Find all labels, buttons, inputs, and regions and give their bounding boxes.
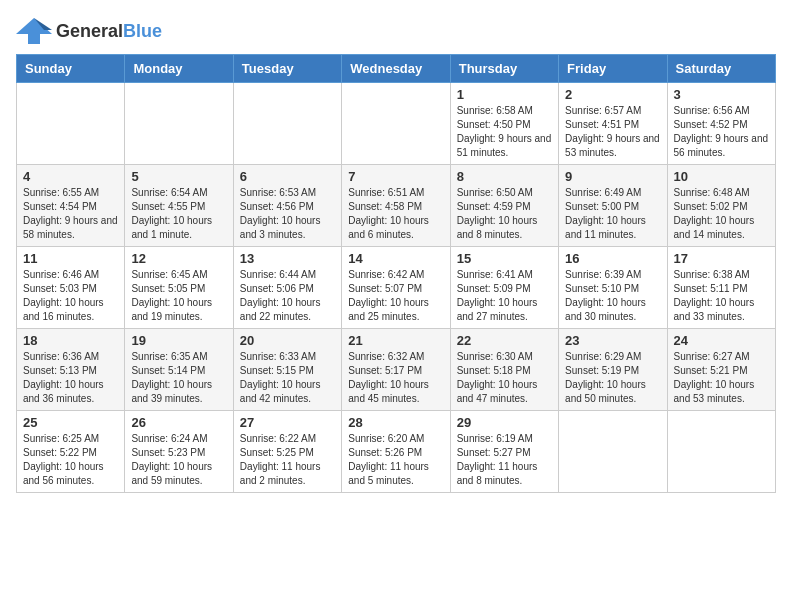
day-info: Sunrise: 6:20 AM Sunset: 5:26 PM Dayligh… bbox=[348, 432, 443, 488]
day-info: Sunrise: 6:53 AM Sunset: 4:56 PM Dayligh… bbox=[240, 186, 335, 242]
calendar-cell bbox=[342, 83, 450, 165]
calendar-week-row: 25Sunrise: 6:25 AM Sunset: 5:22 PM Dayli… bbox=[17, 411, 776, 493]
day-info: Sunrise: 6:54 AM Sunset: 4:55 PM Dayligh… bbox=[131, 186, 226, 242]
day-info: Sunrise: 6:27 AM Sunset: 5:21 PM Dayligh… bbox=[674, 350, 769, 406]
day-number: 20 bbox=[240, 333, 335, 348]
calendar-cell: 29Sunrise: 6:19 AM Sunset: 5:27 PM Dayli… bbox=[450, 411, 558, 493]
calendar-header: SundayMondayTuesdayWednesdayThursdayFrid… bbox=[17, 55, 776, 83]
calendar-cell: 8Sunrise: 6:50 AM Sunset: 4:59 PM Daylig… bbox=[450, 165, 558, 247]
calendar-cell: 24Sunrise: 6:27 AM Sunset: 5:21 PM Dayli… bbox=[667, 329, 775, 411]
calendar-cell: 9Sunrise: 6:49 AM Sunset: 5:00 PM Daylig… bbox=[559, 165, 667, 247]
calendar-week-row: 18Sunrise: 6:36 AM Sunset: 5:13 PM Dayli… bbox=[17, 329, 776, 411]
calendar-week-row: 11Sunrise: 6:46 AM Sunset: 5:03 PM Dayli… bbox=[17, 247, 776, 329]
day-info: Sunrise: 6:57 AM Sunset: 4:51 PM Dayligh… bbox=[565, 104, 660, 160]
day-number: 19 bbox=[131, 333, 226, 348]
day-info: Sunrise: 6:41 AM Sunset: 5:09 PM Dayligh… bbox=[457, 268, 552, 324]
day-info: Sunrise: 6:25 AM Sunset: 5:22 PM Dayligh… bbox=[23, 432, 118, 488]
calendar-cell: 4Sunrise: 6:55 AM Sunset: 4:54 PM Daylig… bbox=[17, 165, 125, 247]
day-info: Sunrise: 6:39 AM Sunset: 5:10 PM Dayligh… bbox=[565, 268, 660, 324]
day-number: 7 bbox=[348, 169, 443, 184]
calendar-cell: 13Sunrise: 6:44 AM Sunset: 5:06 PM Dayli… bbox=[233, 247, 341, 329]
day-number: 15 bbox=[457, 251, 552, 266]
calendar-cell bbox=[559, 411, 667, 493]
day-number: 16 bbox=[565, 251, 660, 266]
day-info: Sunrise: 6:45 AM Sunset: 5:05 PM Dayligh… bbox=[131, 268, 226, 324]
calendar-cell: 6Sunrise: 6:53 AM Sunset: 4:56 PM Daylig… bbox=[233, 165, 341, 247]
day-info: Sunrise: 6:56 AM Sunset: 4:52 PM Dayligh… bbox=[674, 104, 769, 160]
day-info: Sunrise: 6:36 AM Sunset: 5:13 PM Dayligh… bbox=[23, 350, 118, 406]
day-number: 28 bbox=[348, 415, 443, 430]
day-header: Friday bbox=[559, 55, 667, 83]
day-info: Sunrise: 6:33 AM Sunset: 5:15 PM Dayligh… bbox=[240, 350, 335, 406]
calendar-cell: 10Sunrise: 6:48 AM Sunset: 5:02 PM Dayli… bbox=[667, 165, 775, 247]
day-info: Sunrise: 6:48 AM Sunset: 5:02 PM Dayligh… bbox=[674, 186, 769, 242]
day-info: Sunrise: 6:51 AM Sunset: 4:58 PM Dayligh… bbox=[348, 186, 443, 242]
calendar-cell: 15Sunrise: 6:41 AM Sunset: 5:09 PM Dayli… bbox=[450, 247, 558, 329]
calendar-cell: 27Sunrise: 6:22 AM Sunset: 5:25 PM Dayli… bbox=[233, 411, 341, 493]
day-info: Sunrise: 6:38 AM Sunset: 5:11 PM Dayligh… bbox=[674, 268, 769, 324]
day-number: 22 bbox=[457, 333, 552, 348]
day-header: Wednesday bbox=[342, 55, 450, 83]
day-info: Sunrise: 6:19 AM Sunset: 5:27 PM Dayligh… bbox=[457, 432, 552, 488]
calendar-cell bbox=[125, 83, 233, 165]
calendar-cell: 28Sunrise: 6:20 AM Sunset: 5:26 PM Dayli… bbox=[342, 411, 450, 493]
calendar-cell: 5Sunrise: 6:54 AM Sunset: 4:55 PM Daylig… bbox=[125, 165, 233, 247]
day-number: 24 bbox=[674, 333, 769, 348]
logo-text: GeneralBlue bbox=[56, 21, 162, 42]
day-info: Sunrise: 6:49 AM Sunset: 5:00 PM Dayligh… bbox=[565, 186, 660, 242]
day-info: Sunrise: 6:22 AM Sunset: 5:25 PM Dayligh… bbox=[240, 432, 335, 488]
calendar-cell: 20Sunrise: 6:33 AM Sunset: 5:15 PM Dayli… bbox=[233, 329, 341, 411]
day-number: 23 bbox=[565, 333, 660, 348]
calendar-cell: 16Sunrise: 6:39 AM Sunset: 5:10 PM Dayli… bbox=[559, 247, 667, 329]
day-number: 21 bbox=[348, 333, 443, 348]
calendar-cell: 12Sunrise: 6:45 AM Sunset: 5:05 PM Dayli… bbox=[125, 247, 233, 329]
calendar-cell bbox=[17, 83, 125, 165]
day-header: Sunday bbox=[17, 55, 125, 83]
day-number: 10 bbox=[674, 169, 769, 184]
day-number: 26 bbox=[131, 415, 226, 430]
calendar-cell: 23Sunrise: 6:29 AM Sunset: 5:19 PM Dayli… bbox=[559, 329, 667, 411]
calendar-cell: 19Sunrise: 6:35 AM Sunset: 5:14 PM Dayli… bbox=[125, 329, 233, 411]
calendar-cell: 2Sunrise: 6:57 AM Sunset: 4:51 PM Daylig… bbox=[559, 83, 667, 165]
calendar-cell: 1Sunrise: 6:58 AM Sunset: 4:50 PM Daylig… bbox=[450, 83, 558, 165]
svg-marker-0 bbox=[16, 18, 52, 44]
day-number: 13 bbox=[240, 251, 335, 266]
day-info: Sunrise: 6:44 AM Sunset: 5:06 PM Dayligh… bbox=[240, 268, 335, 324]
calendar-cell: 3Sunrise: 6:56 AM Sunset: 4:52 PM Daylig… bbox=[667, 83, 775, 165]
calendar-cell: 7Sunrise: 6:51 AM Sunset: 4:58 PM Daylig… bbox=[342, 165, 450, 247]
day-number: 9 bbox=[565, 169, 660, 184]
day-number: 8 bbox=[457, 169, 552, 184]
day-number: 18 bbox=[23, 333, 118, 348]
day-info: Sunrise: 6:58 AM Sunset: 4:50 PM Dayligh… bbox=[457, 104, 552, 160]
day-number: 4 bbox=[23, 169, 118, 184]
calendar-cell: 26Sunrise: 6:24 AM Sunset: 5:23 PM Dayli… bbox=[125, 411, 233, 493]
day-number: 29 bbox=[457, 415, 552, 430]
day-info: Sunrise: 6:35 AM Sunset: 5:14 PM Dayligh… bbox=[131, 350, 226, 406]
day-number: 1 bbox=[457, 87, 552, 102]
day-header: Tuesday bbox=[233, 55, 341, 83]
day-info: Sunrise: 6:42 AM Sunset: 5:07 PM Dayligh… bbox=[348, 268, 443, 324]
day-info: Sunrise: 6:32 AM Sunset: 5:17 PM Dayligh… bbox=[348, 350, 443, 406]
logo: GeneralBlue bbox=[16, 16, 162, 46]
day-number: 25 bbox=[23, 415, 118, 430]
calendar-cell: 11Sunrise: 6:46 AM Sunset: 5:03 PM Dayli… bbox=[17, 247, 125, 329]
header: GeneralBlue bbox=[16, 16, 776, 46]
calendar-cell bbox=[667, 411, 775, 493]
day-number: 27 bbox=[240, 415, 335, 430]
calendar-cell: 14Sunrise: 6:42 AM Sunset: 5:07 PM Dayli… bbox=[342, 247, 450, 329]
day-header: Monday bbox=[125, 55, 233, 83]
calendar-cell: 25Sunrise: 6:25 AM Sunset: 5:22 PM Dayli… bbox=[17, 411, 125, 493]
day-info: Sunrise: 6:46 AM Sunset: 5:03 PM Dayligh… bbox=[23, 268, 118, 324]
header-row: SundayMondayTuesdayWednesdayThursdayFrid… bbox=[17, 55, 776, 83]
calendar-table: SundayMondayTuesdayWednesdayThursdayFrid… bbox=[16, 54, 776, 493]
calendar-cell: 18Sunrise: 6:36 AM Sunset: 5:13 PM Dayli… bbox=[17, 329, 125, 411]
day-number: 12 bbox=[131, 251, 226, 266]
day-info: Sunrise: 6:30 AM Sunset: 5:18 PM Dayligh… bbox=[457, 350, 552, 406]
calendar-week-row: 1Sunrise: 6:58 AM Sunset: 4:50 PM Daylig… bbox=[17, 83, 776, 165]
day-number: 5 bbox=[131, 169, 226, 184]
calendar-cell: 22Sunrise: 6:30 AM Sunset: 5:18 PM Dayli… bbox=[450, 329, 558, 411]
calendar-cell: 21Sunrise: 6:32 AM Sunset: 5:17 PM Dayli… bbox=[342, 329, 450, 411]
day-info: Sunrise: 6:55 AM Sunset: 4:54 PM Dayligh… bbox=[23, 186, 118, 242]
day-number: 3 bbox=[674, 87, 769, 102]
day-number: 6 bbox=[240, 169, 335, 184]
